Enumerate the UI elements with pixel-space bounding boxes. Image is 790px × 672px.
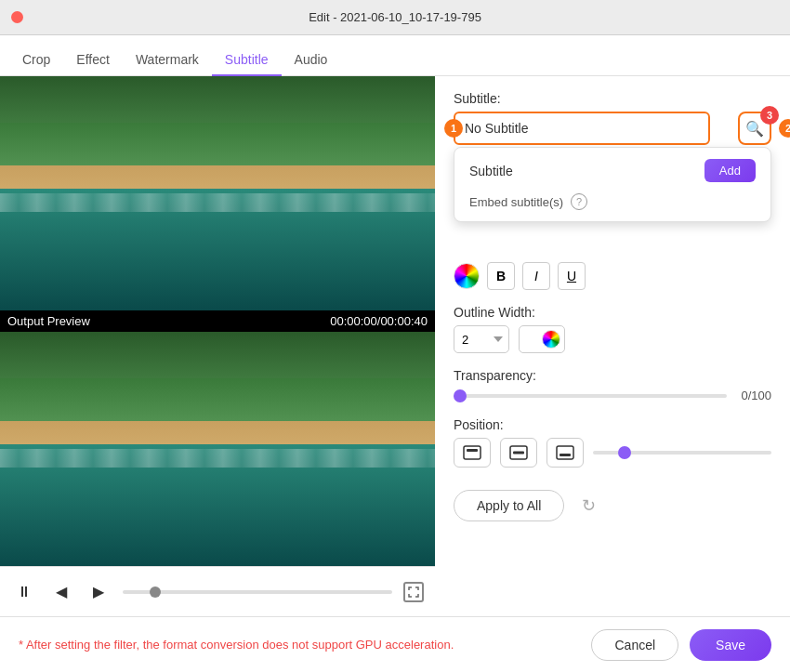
- tab-crop[interactable]: Crop: [9, 45, 63, 76]
- underline-button[interactable]: U: [558, 262, 586, 290]
- bottom-actions: Cancel Save: [591, 629, 771, 661]
- apply-to-all-button[interactable]: Apply to All: [454, 490, 564, 521]
- subtitle-select[interactable]: No Subtitle: [454, 112, 710, 145]
- warning-text: * After setting the filter, the format c…: [19, 638, 454, 652]
- play-button[interactable]: ▶: [86, 579, 112, 605]
- pause-button[interactable]: ⏸: [11, 579, 37, 605]
- position-top-button[interactable]: [454, 438, 491, 468]
- window-title: Edit - 2021-06-10_10-17-19-795: [309, 10, 481, 24]
- subtitle-label: Subtitle:: [454, 91, 771, 106]
- outline-label: Outline Width:: [454, 305, 771, 320]
- rewind-button[interactable]: ◀: [48, 579, 74, 605]
- transparency-label: Transparency:: [454, 368, 771, 383]
- tab-audio[interactable]: Audio: [282, 45, 341, 76]
- outline-width-select[interactable]: 2: [454, 325, 509, 353]
- tab-watermark[interactable]: Watermark: [123, 45, 212, 76]
- main-content: Output Preview 00:00:00/00:00:40 ⏸ ◀ ▶: [0, 76, 790, 616]
- svg-rect-4: [557, 446, 573, 459]
- svg-rect-1: [467, 449, 478, 452]
- badge-1: 1: [444, 119, 463, 138]
- position-label: Position:: [454, 417, 771, 432]
- subtitle-search-button[interactable]: 🔍 3: [738, 112, 771, 145]
- transparency-section: Transparency: 0/100: [454, 368, 771, 402]
- progress-indicator: [150, 586, 161, 598]
- fullscreen-button[interactable]: [403, 582, 424, 602]
- playback-controls: ⏸ ◀ ▶: [0, 566, 435, 616]
- add-subtitle-button[interactable]: Add: [704, 159, 756, 182]
- position-middle-button[interactable]: [500, 438, 537, 468]
- font-color-picker[interactable]: [454, 263, 480, 289]
- subtitle-dropdown-popup: Subtitle Add Embed subtitle(s) ?: [454, 147, 771, 222]
- transparency-slider[interactable]: [454, 394, 727, 398]
- position-bottom-button[interactable]: [546, 438, 584, 468]
- help-icon[interactable]: ?: [571, 193, 587, 210]
- font-controls-section: B I U: [454, 262, 771, 290]
- outline-section: Outline Width: 2: [454, 305, 771, 353]
- position-row: [454, 438, 771, 468]
- tab-subtitle[interactable]: Subtitle: [212, 45, 282, 76]
- bottom-bar: * After setting the filter, the format c…: [0, 616, 790, 672]
- tabbar: Crop Effect Watermark Subtitle Audio: [0, 35, 790, 76]
- subtitle-dropdown-row: 1 No Subtitle 2 🔍 3 Subtitle Add: [454, 112, 771, 145]
- video-panel: Output Preview 00:00:00/00:00:40 ⏸ ◀ ▶: [0, 76, 435, 616]
- refresh-button[interactable]: ↻: [575, 493, 601, 519]
- progress-bar[interactable]: [123, 590, 392, 594]
- search-icon: 🔍: [745, 120, 764, 138]
- close-icon[interactable]: [11, 11, 23, 23]
- titlebar: Edit - 2021-06-10_10-17-19-795: [0, 0, 790, 35]
- tab-effect[interactable]: Effect: [63, 45, 123, 76]
- position-section: Position:: [454, 417, 771, 468]
- output-preview-bar: Output Preview 00:00:00/00:00:40: [0, 310, 435, 332]
- font-controls: B I U: [454, 262, 771, 290]
- timecode: 00:00:00/00:00:40: [330, 314, 428, 328]
- bold-button[interactable]: B: [487, 262, 515, 290]
- original-video: [0, 76, 435, 310]
- badge-3: 3: [760, 106, 779, 125]
- save-button[interactable]: Save: [690, 629, 771, 661]
- svg-rect-0: [464, 446, 481, 459]
- svg-rect-3: [513, 452, 524, 455]
- transparency-slider-row: 0/100: [454, 389, 771, 402]
- embed-subtitle-label: Embed subtitle(s): [469, 195, 563, 209]
- italic-button[interactable]: I: [522, 262, 550, 290]
- output-video: [0, 332, 435, 566]
- outline-row: 2: [454, 325, 771, 353]
- window-controls: [11, 11, 23, 23]
- outline-color-box[interactable]: [519, 325, 565, 353]
- output-preview-label: Output Preview: [7, 314, 90, 328]
- badge-2: 2: [779, 119, 790, 138]
- svg-rect-5: [560, 454, 571, 456]
- cancel-button[interactable]: Cancel: [591, 629, 678, 661]
- popup-subtitle-row: Subtitle Add: [469, 159, 756, 182]
- right-panel: Subtitle: 1 No Subtitle 2 🔍 3: [435, 76, 790, 616]
- position-slider[interactable]: [593, 451, 771, 455]
- embed-subtitle-row: Embed subtitle(s) ?: [469, 193, 756, 210]
- popup-subtitle-label: Subtitle: [469, 164, 513, 178]
- apply-row: Apply to All ↻: [454, 490, 771, 521]
- transparency-value: 0/100: [734, 389, 771, 402]
- subtitle-section: Subtitle: 1 No Subtitle 2 🔍 3: [454, 91, 771, 145]
